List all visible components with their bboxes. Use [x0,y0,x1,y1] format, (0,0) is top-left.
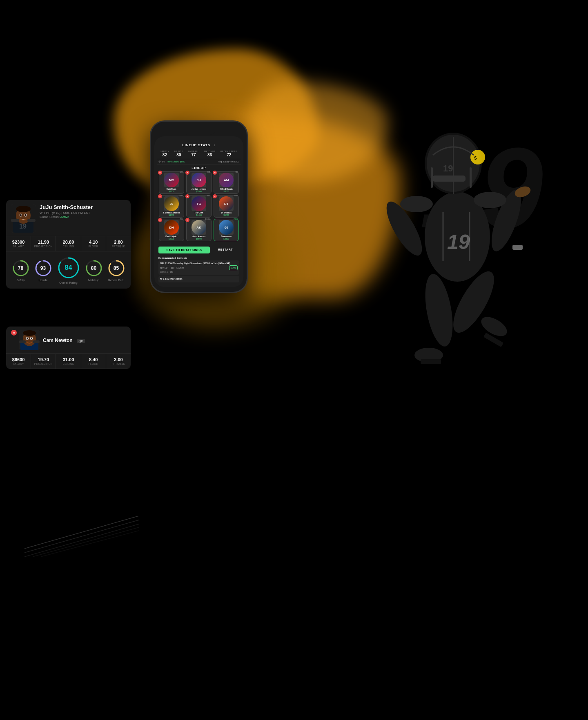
player-avatar-7: DN [164,220,179,235]
player-avatar-6: DT [219,196,234,211]
phone-screen: LINEUP STATS ? SAFETY 82 UPSIDE 80 OVERA… [154,136,243,287]
remove-btn-4[interactable]: × [158,194,162,198]
player-avatar-2: JH [192,173,206,187]
overall-rating: 84 Overall Rating [56,256,81,284]
svg-rect-61 [33,340,40,343]
player-slot-7: × TE DN David Njoku $4000 [159,219,184,241]
svg-rect-10 [470,167,472,188]
player-salary-3: $3600 [215,190,238,193]
contest-name-2: NFL $1M Play-Action [160,278,238,280]
player-avatar-3: AM [219,173,234,187]
cam-stats: $6600 SALARY 19.70 PROJECTION 31.00 CEIL… [6,354,131,369]
player-slot-9: DEF 00 Tennessee $3300 [214,219,239,241]
cam-projection: 19.70 PROJECTION [31,354,56,369]
contest-prizes-1: $1.25 M [176,267,184,269]
juju-ceiling: 20.80 CEILING [56,236,81,251]
svg-point-21 [400,196,433,212]
roster-icon: ⚙ [158,160,160,163]
phone-title: LINEUP STATS [183,143,210,147]
player-avatar-9: 00 [219,220,234,235]
remove-btn-2[interactable]: × [185,171,189,175]
slot-pos-4: WR [179,194,183,197]
player-card-juju: 19 JuJu Smith-Schuster WR P [6,200,131,289]
svg-point-58 [27,338,28,340]
avg-salary: Avg. Salary left: $800 [218,160,239,163]
roster-count: 9/9 [162,160,165,163]
juju-ratings: 78 Safety 93 Upside 84 [6,251,131,289]
status-label: Game Status: [40,215,60,219]
remove-btn-5[interactable]: × [185,194,189,198]
juju-info: JuJu Smith-Schuster WR PIT (# 19) | Sun,… [40,204,126,219]
player-avatar-4: JS [164,196,179,211]
svg-rect-60 [19,340,26,343]
lineup-row-3: × TE DN David Njoku $4000 × FLEX AK [158,219,240,241]
recent-rating: 85 Recent Perf. [107,259,126,282]
slot-pos-7: TE [180,218,183,220]
player-salary-9: $3300 [215,238,238,240]
remove-btn-6[interactable]: × [213,194,217,198]
remove-btn-7[interactable]: × [158,218,162,222]
player-avatar-8: AK [192,220,206,235]
football-player: 19 S 19 [327,65,564,453]
safety-circle: 78 [11,259,30,278]
action-buttons: SAVE TO DRAFTKINGS RESTART [157,243,241,255]
player-slot-2: × RB JH Jordan Howard $5000 [186,171,212,194]
phone-frame: LINEUP STATS ? SAFETY 82 UPSIDE 80 OVERA… [150,120,248,293]
upside-circle: 93 [34,259,53,278]
svg-point-39 [25,214,27,216]
upside-value: 93 [40,265,46,271]
juju-salary: $2300 SALARY [6,236,31,251]
cam-salary: $6600 SALARY [6,354,31,369]
svg-rect-8 [433,176,466,182]
cam-info-left: Cam Newton QB [19,330,85,350]
overall-circle: 84 [56,256,81,280]
svg-line-1 [24,520,139,553]
remove-btn-1[interactable]: × [158,171,162,175]
slot-pos-2: RB [207,171,210,173]
matchup-rating: 80 Matchup [85,259,103,282]
player-salary-6: $5600 [215,214,238,216]
contest-name-1: NFL $1.25M Thursday Night Showdown ($250… [160,262,238,264]
svg-point-55 [23,330,36,336]
lineup-row-1: × QB MR Matt Ryan $6300 × RB JH [158,171,240,194]
cam-header: × Cam Newton QB [6,327,131,354]
juju-status: Game Status: Active [40,215,126,219]
svg-line-2 [24,524,139,557]
contest-entries-1: Entries 0 / 150 [160,271,238,273]
svg-rect-41 [27,219,36,222]
player-salary-7: $4000 [160,238,183,240]
contest-entry-1: $10 [171,267,174,269]
cam-close-button[interactable]: × [11,330,17,336]
svg-rect-40 [11,219,19,222]
recent-value: 85 [114,265,119,271]
restart-button[interactable]: RESTART [212,246,239,253]
recommended-title: Recommended Contests [158,257,239,259]
svg-point-19 [470,150,485,164]
player-avatar-1: MR [164,173,179,187]
join-button-1[interactable]: JOIN [229,265,238,270]
juju-stats: $2300 SALARY 11.90 PROJECTION 20.80 CEIL… [6,236,131,251]
svg-point-35 [16,206,31,212]
lineup-row-2: × WR JS J. Smith-Schuster $4800 × WR TG [158,195,240,218]
juju-pos: WR PIT (# 19) | Sun, 1:00 PM EST [40,211,126,215]
svg-point-22 [474,192,506,208]
save-to-draftkings-button[interactable]: SAVE TO DRAFTKINGS [158,247,210,253]
contest-card-2: NFL $1M Play-Action [158,276,239,282]
safety-label: Safety [17,279,25,282]
slot-pos-3: RB [235,171,238,173]
safety-value: 78 [18,265,23,271]
rem-salary-label: Rem Salary: [167,160,179,163]
player-slot-5: × WR TG Ted Ginn $4400 [186,195,212,218]
salary-row: ⚙ 9/9 Rem Salary: $800 Avg. Salary left:… [157,159,241,164]
player-slot-3: × RB AM Alfred Morris $3600 [214,171,239,194]
lineup-header: LINEUP [157,164,241,171]
juju-projection: 11.90 PROJECTION [31,236,56,251]
diagonal-lines [24,516,147,557]
slot-pos-8: FLEX [205,218,210,220]
remove-btn-3[interactable]: × [213,171,217,175]
player-slot-4: × WR JS J. Smith-Schuster $4800 [159,195,184,218]
remove-btn-8[interactable]: × [185,218,189,222]
phone-notch [183,127,215,135]
roster-info: ⚙ 9/9 Rem Salary: $800 [158,160,185,163]
player-salary-2: $5000 [187,190,210,193]
